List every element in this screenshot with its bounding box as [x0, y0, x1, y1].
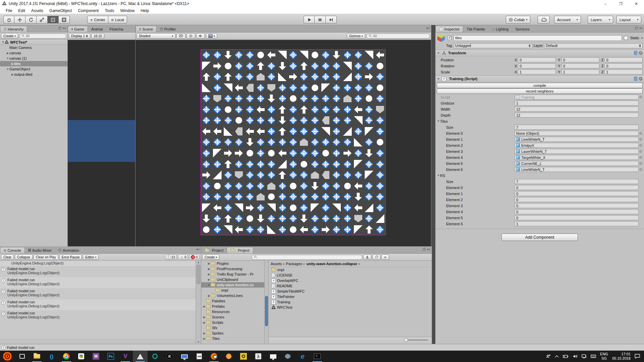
object-picker-icon[interactable]: ⊙ — [639, 143, 643, 147]
log-entry-partial[interactable]: UnityEngine.Debug:Log(Object) — [0, 261, 196, 266]
transform-rotation-x-field[interactable]: 0 — [518, 63, 556, 68]
game-viewport[interactable] — [68, 40, 135, 246]
tab-game-game[interactable]: Game — [68, 26, 88, 32]
hierarchy-item-canvas[interactable]: ▶canvas — [0, 50, 67, 56]
tab-menu-icon[interactable]: ▾≡ — [639, 26, 643, 30]
thumbnail-zoom-slider[interactable] — [405, 340, 428, 341]
favorites-button[interactable]: ★ — [381, 254, 389, 260]
transform-scale-y-field[interactable]: 1 — [561, 69, 599, 74]
expand-arrow-icon[interactable]: ▶ — [207, 278, 211, 281]
menu-edit[interactable]: Edit — [15, 8, 28, 13]
lighting-toggle[interactable] — [186, 33, 195, 39]
taskbar-virtualbox-icon[interactable] — [280, 351, 295, 362]
tab-game-flowcha[interactable]: Flowcha — [106, 26, 126, 32]
taskbar-m2-app-icon[interactable]: M — [89, 351, 103, 362]
training-gridsize-field[interactable]: 1 — [515, 101, 639, 106]
taskbar-fl-studio-icon[interactable] — [221, 351, 236, 362]
hierarchy-item-wfctest-[interactable]: ▼WFCTest* — [0, 40, 67, 45]
tab-project-project-1[interactable]: Project — [227, 247, 253, 253]
console-clear-on-play-button[interactable]: Clear on Play — [34, 254, 58, 260]
taskbar-font-viewer-icon[interactable]: AB — [192, 351, 207, 362]
rs-element-3-field[interactable]: 0 — [515, 203, 639, 208]
2d-toggle[interactable]: 2D — [176, 33, 185, 39]
tab-scene-scene[interactable]: #Scene — [136, 26, 157, 32]
project-folder-plugins[interactable]: ▶Plugins — [201, 261, 264, 266]
layer-dropdown[interactable]: Default — [544, 43, 643, 48]
language-indicator[interactable]: ENGSG — [600, 352, 608, 361]
tab-console-console[interactable]: ≣Console — [0, 247, 25, 253]
tag-dropdown[interactable]: Untagged — [453, 43, 532, 48]
expand-arrow-icon[interactable]: ▼ — [1, 41, 5, 44]
tab-inspector-lighting[interactable]: ⚏Lighting — [488, 26, 512, 32]
tray-expand-chevron-icon[interactable] — [555, 355, 559, 358]
taskbar-task-view-icon[interactable] — [15, 351, 30, 362]
expand-arrow-icon[interactable]: ▶ — [203, 337, 206, 340]
action-center-icon[interactable] — [635, 354, 640, 359]
tiles-element-4-field[interactable]: TargetWhite_X — [515, 155, 639, 160]
tab-menu-icon[interactable]: ▾≡ — [426, 26, 430, 30]
taskbar-remote-desktop-icon[interactable] — [177, 351, 192, 362]
taskbar-unity-icon[interactable] — [133, 351, 148, 362]
taskbar-k-app-icon[interactable]: K — [162, 351, 177, 362]
menu-tools[interactable]: Tools — [102, 8, 117, 13]
cloud-button[interactable] — [538, 16, 550, 23]
taskbar-edge-icon[interactable]: e — [295, 351, 310, 362]
project-file-overlapwfc[interactable]: #OverlapWFC — [269, 278, 432, 283]
console-clear-button[interactable]: Clear — [1, 254, 14, 260]
play-button[interactable] — [304, 16, 315, 23]
console-scrollbar[interactable]: ▲ ▼ — [196, 261, 201, 344]
audio-toggle[interactable] — [196, 33, 205, 39]
lock-icon[interactable] — [58, 27, 61, 29]
project-tree-scrollbar[interactable] — [264, 261, 269, 344]
project-file-impl[interactable]: impl — [269, 267, 432, 273]
tab-scene-profiler[interactable]: Profiler — [157, 26, 179, 32]
status-bar[interactable]: ! Failed model run — [0, 344, 644, 351]
collab-button[interactable]: ✓Collab▾ — [506, 16, 530, 23]
project-file-simpletiledwfc[interactable]: #SimpleTiledWFC — [269, 289, 432, 294]
menu-component[interactable]: Component — [75, 8, 102, 13]
rs-size-field[interactable]: 7 — [515, 179, 639, 184]
hierarchy-search-input[interactable]: All — [19, 34, 66, 39]
gear-icon[interactable] — [639, 51, 643, 55]
gizmos-dropdown[interactable]: Gizmos▾ — [347, 33, 365, 39]
transform-position-y-field[interactable]: 0 — [561, 57, 599, 62]
project-search-input[interactable] — [252, 255, 362, 260]
aspect-dropdown[interactable]: 16:10 — [91, 33, 104, 39]
compile-button[interactable]: compile — [437, 83, 643, 88]
transform-tool-button[interactable] — [59, 16, 70, 23]
expand-arrow-icon[interactable]: ▶ — [203, 332, 206, 335]
tiles-element-3-field[interactable]: LaserWhiteN_T — [515, 149, 639, 154]
project-folder-unity-wave-function-co[interactable]: ▼unity-wave-function-co — [201, 282, 264, 288]
tab-menu-icon[interactable]: ▾≡ — [427, 248, 430, 251]
object-picker-icon[interactable]: ⊙ — [639, 156, 643, 159]
close-button[interactable]: ✕ — [629, 0, 644, 7]
hierarchy-item-gameobject[interactable]: ▼GameObject — [0, 66, 67, 72]
taskbar-chrome-icon[interactable] — [59, 351, 74, 362]
battery-icon[interactable] — [563, 355, 569, 358]
layout-button[interactable]: Layout▾ — [616, 16, 641, 23]
menu-help[interactable]: Help — [138, 8, 152, 13]
expand-arrow-icon[interactable]: ▶ — [6, 52, 9, 55]
tab-console-animation[interactable]: Animation — [55, 247, 83, 253]
project-folder-uniclipboard[interactable]: ▶UniClipboard — [201, 277, 264, 282]
rs-element-6-field[interactable]: 1 — [515, 221, 639, 226]
transform-position-x-field[interactable]: 0 — [518, 57, 556, 62]
project-file-tilepainter[interactable]: #TilePainter — [269, 294, 432, 299]
log-entry[interactable]: !Failed model runUnityEngine.Debug:Log(O… — [0, 310, 196, 321]
expand-arrow-icon[interactable]: ▼ — [6, 57, 9, 60]
console-editor-dropdown[interactable]: Editor▾ — [83, 254, 99, 260]
tab-hierarchy[interactable]: ☰Hierarchy — [0, 26, 27, 32]
object-picker-icon[interactable]: ⊙ — [639, 131, 643, 135]
expand-arrow-icon[interactable]: ▼ — [6, 68, 9, 71]
people-icon[interactable] — [546, 354, 551, 358]
rs-element-5-field[interactable]: 0 — [515, 215, 639, 220]
move-tool-button[interactable] — [14, 16, 25, 23]
taskbar-photoshop-icon[interactable]: Ps — [103, 351, 118, 362]
taskbar-monitor-app-icon[interactable] — [266, 351, 280, 362]
training-component-header[interactable]: ▼ # Training (Script) — [435, 75, 644, 82]
rs-element-4-field[interactable]: 0 — [515, 209, 639, 214]
log-entry[interactable]: !Failed model runUnityEngine.Debug:Log(O… — [0, 266, 196, 277]
tab-menu-icon[interactable]: ▾≡ — [63, 26, 66, 30]
console-collapse-button[interactable]: Collapse — [15, 254, 33, 260]
clock[interactable]: 17:0105.10.2018 — [612, 352, 631, 361]
